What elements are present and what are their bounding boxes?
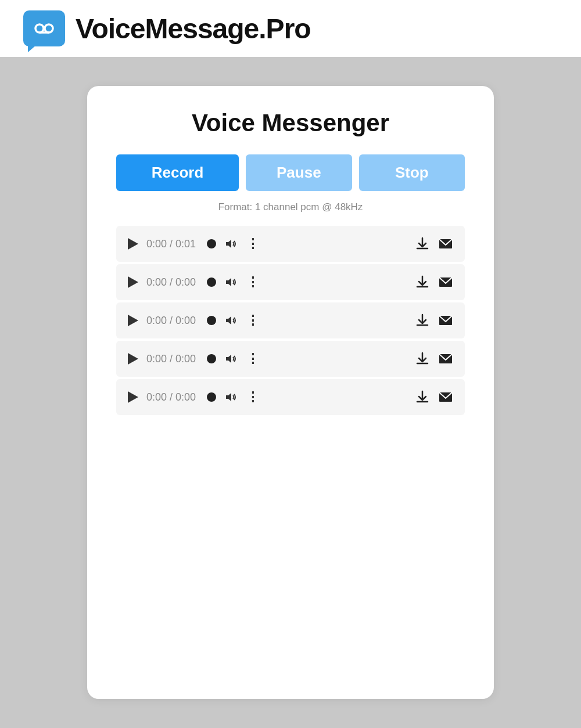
recording-time: 0:00 / 0:01 bbox=[146, 238, 199, 250]
play-triangle-icon bbox=[128, 315, 138, 326]
record-button[interactable]: Record bbox=[116, 154, 239, 191]
svg-point-1 bbox=[45, 24, 53, 33]
volume-icon[interactable] bbox=[224, 352, 238, 366]
volume-icon[interactable] bbox=[224, 313, 238, 327]
play-button[interactable] bbox=[128, 315, 138, 326]
volume-icon[interactable] bbox=[224, 237, 238, 251]
svg-point-0 bbox=[35, 24, 44, 33]
more-options-icon[interactable]: ⋮ bbox=[246, 390, 260, 405]
download-icon[interactable] bbox=[415, 390, 430, 405]
email-icon[interactable] bbox=[438, 237, 453, 251]
email-icon[interactable] bbox=[438, 275, 453, 289]
record-dot-icon bbox=[207, 277, 216, 287]
card-title: Voice Messenger bbox=[116, 109, 465, 137]
play-triangle-icon bbox=[128, 238, 138, 250]
pause-button[interactable]: Pause bbox=[246, 154, 352, 191]
recording-row: 0:00 / 0:00 ⋮ bbox=[116, 379, 465, 415]
email-icon[interactable] bbox=[438, 313, 453, 327]
app-header: VoiceMessage.Pro bbox=[0, 0, 581, 57]
play-triangle-icon bbox=[128, 391, 138, 403]
record-dot-icon bbox=[207, 392, 216, 402]
recording-row: 0:00 / 0:00 ⋮ bbox=[116, 302, 465, 338]
app-title: VoiceMessage.Pro bbox=[76, 13, 311, 45]
play-triangle-icon bbox=[128, 353, 138, 365]
recording-row: 0:00 / 0:00 ⋮ bbox=[116, 341, 465, 377]
download-icon[interactable] bbox=[415, 313, 430, 328]
recording-list: 0:00 / 0:01 ⋮ bbox=[116, 226, 465, 415]
volume-icon[interactable] bbox=[224, 275, 238, 289]
download-icon[interactable] bbox=[415, 351, 430, 366]
more-options-icon[interactable]: ⋮ bbox=[246, 275, 260, 290]
recording-time: 0:00 / 0:00 bbox=[146, 315, 199, 327]
recording-row: 0:00 / 0:01 ⋮ bbox=[116, 226, 465, 262]
voice-messenger-card: Voice Messenger Record Pause Stop Format… bbox=[87, 86, 494, 699]
main-area: Voice Messenger Record Pause Stop Format… bbox=[0, 57, 581, 728]
svg-marker-5 bbox=[226, 278, 231, 286]
play-button[interactable] bbox=[128, 391, 138, 403]
play-button[interactable] bbox=[128, 353, 138, 365]
record-dot-icon bbox=[207, 354, 216, 363]
recording-time: 0:00 / 0:00 bbox=[146, 353, 199, 365]
play-button[interactable] bbox=[128, 276, 138, 288]
app-logo-icon bbox=[23, 10, 65, 46]
more-options-icon[interactable]: ⋮ bbox=[246, 236, 260, 251]
svg-marker-3 bbox=[226, 240, 231, 248]
format-info: Format: 1 channel pcm @ 48kHz bbox=[116, 201, 465, 213]
more-options-icon[interactable]: ⋮ bbox=[246, 313, 260, 328]
logo-tail bbox=[28, 45, 36, 52]
download-icon[interactable] bbox=[415, 236, 430, 251]
play-button[interactable] bbox=[128, 238, 138, 250]
voicemail-icon bbox=[31, 16, 57, 41]
more-options-icon[interactable]: ⋮ bbox=[246, 351, 260, 366]
recording-time: 0:00 / 0:00 bbox=[146, 276, 199, 289]
record-dot-icon bbox=[207, 316, 216, 325]
email-icon[interactable] bbox=[438, 352, 453, 366]
play-triangle-icon bbox=[128, 276, 138, 288]
volume-icon[interactable] bbox=[224, 390, 238, 404]
control-buttons: Record Pause Stop bbox=[116, 154, 465, 191]
email-icon[interactable] bbox=[438, 390, 453, 404]
svg-marker-7 bbox=[226, 316, 231, 325]
stop-button[interactable]: Stop bbox=[359, 154, 465, 191]
download-icon[interactable] bbox=[415, 275, 430, 290]
recording-row: 0:00 / 0:00 ⋮ bbox=[116, 264, 465, 300]
record-dot-icon bbox=[207, 239, 216, 248]
recording-time: 0:00 / 0:00 bbox=[146, 391, 199, 403]
svg-marker-9 bbox=[226, 355, 231, 363]
svg-marker-11 bbox=[226, 393, 231, 401]
